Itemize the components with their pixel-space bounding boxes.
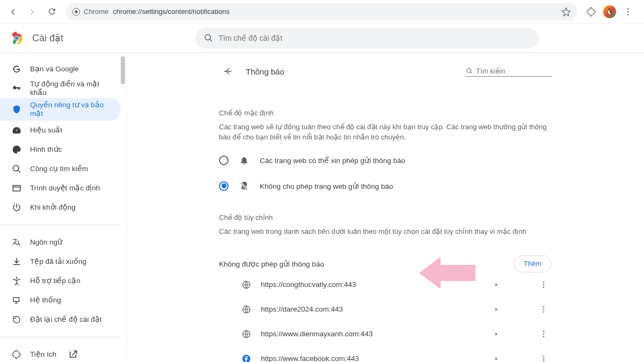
svg-point-7 — [15, 36, 18, 40]
svg-point-2 — [627, 8, 629, 10]
svg-point-8 — [16, 277, 18, 279]
back-button[interactable] — [4, 3, 21, 20]
sidebar-item-accessibility[interactable]: Hỗ trợ tiếp cận — [0, 271, 121, 291]
sidebar-item-label: Công cụ tìm kiếm — [30, 165, 88, 173]
section-default-desc: Các trang web sẽ tự động tuân theo chế đ… — [219, 122, 552, 143]
svg-point-1 — [75, 10, 77, 13]
browser-icon — [12, 183, 21, 193]
sidebar-item-label: Quyền riêng tư và bảo mật — [30, 101, 116, 117]
add-button-label: Thêm — [524, 260, 541, 268]
bookmark-star-icon[interactable] — [561, 7, 571, 17]
site-details-button[interactable] — [488, 326, 504, 342]
main-panel: Thông báo Chế độ mặc định Các trang web … — [126, 53, 644, 362]
sidebar-item-label: Hiệu suất — [30, 126, 62, 135]
svg-point-23 — [543, 358, 544, 359]
forward-button[interactable] — [24, 3, 41, 20]
chrome-logo-icon — [10, 31, 24, 45]
globe-icon — [241, 305, 251, 314]
sidebar-item-downloads[interactable]: Tệp đã tải xuống — [0, 252, 121, 271]
reload-button[interactable] — [43, 3, 60, 20]
svg-point-15 — [543, 308, 544, 309]
translate-icon — [12, 238, 21, 247]
site-details-button[interactable] — [488, 277, 504, 293]
sidebar-item-appearance[interactable]: Hình thức — [0, 140, 121, 159]
sidebar-item-label: Ngôn ngữ — [30, 238, 62, 247]
svg-point-24 — [543, 360, 544, 361]
blocked-site-row: https://dare2024.com:443 — [219, 297, 552, 322]
sidebar-item-label: Đặt lại chế độ cài đặt — [30, 315, 102, 324]
settings-search-input[interactable] — [218, 34, 530, 42]
site-url: https://www.dienmayxanh.com:443 — [261, 330, 479, 338]
radio-unchecked-icon — [219, 156, 229, 165]
sidebar-item-on-startup[interactable]: Khi khởi động — [0, 198, 121, 217]
accessibility-icon — [12, 276, 21, 286]
paint-icon — [12, 145, 21, 154]
site-url: https://dare2024.com:443 — [261, 305, 479, 313]
google-g-icon — [12, 64, 21, 74]
svg-point-22 — [543, 356, 544, 357]
sidebar-item-label: Hình thức — [30, 145, 62, 154]
speedometer-icon — [12, 125, 21, 135]
facebook-icon — [241, 354, 251, 362]
omnibox-url: chrome://settings/content/notifications — [113, 8, 230, 16]
sidebar-item-label: Tự động điền và mật khẩu — [30, 80, 116, 97]
blocked-sites-heading: Không được phép gửi thông báo — [219, 260, 324, 268]
app-title: Cài đặt — [32, 32, 63, 44]
sidebar-divider — [0, 225, 121, 225]
radio-allow-label: Các trang web có thể xin phép gửi thông … — [260, 156, 405, 165]
sidebar-item-languages[interactable]: Ngôn ngữ — [0, 233, 121, 252]
section-custom-desc: Các trang web trong danh sách bên dưới t… — [219, 227, 552, 237]
site-url: https://www.facebook.com:443 — [261, 354, 479, 362]
power-icon — [12, 203, 21, 212]
site-menu-button[interactable] — [536, 326, 552, 342]
sidebar-item-system[interactable]: Hệ thống — [0, 291, 121, 310]
sidebar-item-label: Tiện ích — [30, 350, 56, 359]
radio-block-notifications[interactable]: Không cho phép trang web gửi thông báo — [219, 181, 552, 191]
svg-point-20 — [543, 336, 544, 337]
profile-avatar[interactable]: 🐧 — [603, 5, 616, 18]
site-details-button[interactable] — [488, 301, 504, 317]
search-icon — [204, 33, 213, 43]
sidebar-scrollbar[interactable] — [121, 56, 125, 84]
sidebar-item-label: Tệp đã tải xuống — [30, 257, 86, 266]
site-info-chip[interactable]: Chrome — [72, 8, 108, 16]
add-site-button[interactable]: Thêm — [514, 255, 552, 272]
site-url: https://congthucvatly.com:443 — [261, 280, 479, 289]
browser-menu-icon[interactable] — [619, 3, 636, 20]
site-menu-button[interactable] — [536, 301, 552, 317]
system-icon — [12, 295, 21, 305]
sidebar-item-performance[interactable]: Hiệu suất — [0, 121, 121, 140]
sidebar-divider — [0, 337, 121, 337]
external-link-icon — [68, 350, 78, 359]
radio-block-label: Không cho phép trang web gửi thông báo — [260, 182, 393, 190]
chrome-icon — [72, 8, 80, 16]
site-menu-button[interactable] — [536, 277, 552, 293]
bell-off-icon — [239, 181, 249, 191]
sidebar-item-you-and-google[interactable]: Bạn và Google — [0, 60, 121, 79]
radio-checked-icon — [219, 181, 229, 191]
panel-back-button[interactable] — [219, 63, 236, 80]
search-icon — [466, 67, 473, 75]
sidebar-item-reset-settings[interactable]: Đặt lại chế độ cài đặt — [0, 310, 121, 329]
settings-search[interactable] — [195, 28, 539, 48]
extensions-icon[interactable] — [583, 3, 600, 20]
site-menu-button[interactable] — [536, 351, 552, 362]
sidebar-item-default-browser[interactable]: Trình duyệt mặc định — [0, 179, 121, 198]
svg-point-11 — [543, 284, 544, 285]
sidebar-item-autofill[interactable]: Tự động điền và mật khẩu — [0, 79, 121, 98]
search-icon — [12, 164, 21, 174]
sidebar: Bạn và Google Tự động điền và mật khẩu Q… — [0, 53, 121, 362]
panel-search[interactable] — [466, 66, 552, 77]
sidebar-item-privacy-security[interactable]: Quyền riêng tư và bảo mật — [0, 98, 121, 121]
site-details-button[interactable] — [488, 351, 504, 362]
section-default-title: Chế độ mặc định — [219, 109, 552, 117]
radio-allow-notifications[interactable]: Các trang web có thể xin phép gửi thông … — [219, 156, 552, 165]
sidebar-item-search-engine[interactable]: Công cụ tìm kiếm — [0, 159, 121, 179]
svg-point-16 — [543, 311, 544, 312]
sidebar-item-extensions[interactable]: Tiện ích — [0, 345, 121, 362]
omnibox-prefix-label: Chrome — [84, 8, 108, 16]
sidebar-item-label: Hỗ trợ tiếp cận — [30, 277, 80, 285]
omnibox[interactable]: Chrome chrome://settings/content/notific… — [65, 3, 577, 20]
sidebar-item-label: Bạn và Google — [30, 65, 79, 73]
panel-search-input[interactable] — [476, 67, 552, 75]
